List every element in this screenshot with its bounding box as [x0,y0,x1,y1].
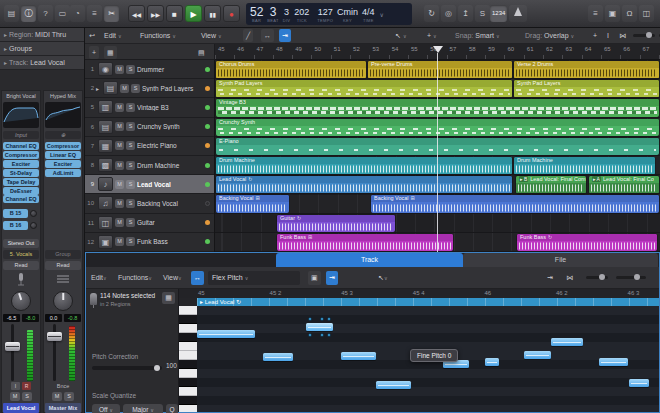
solo-button[interactable]: S [126,161,135,170]
group-slot[interactable]: Group [45,250,81,259]
list-editors-button[interactable]: ≡ [588,5,603,22]
flex-pitch-note[interactable] [524,351,551,359]
group-slot[interactable]: 5. Vocals [3,250,39,259]
eq-thumbnail[interactable] [3,102,39,128]
track-row-backing-vocal[interactable]: 10♫MSBacking Vocal [85,194,214,213]
mute-button[interactable]: M [115,141,124,150]
join-tool-button[interactable]: ⋈ [619,29,626,42]
lcd-chevron-icon[interactable]: ∨ [380,11,384,18]
secondary-tool-menu[interactable]: +∨ [427,29,437,42]
solo-button[interactable]: S [126,103,135,112]
flex-toggle-button[interactable]: ↔ [191,271,204,285]
volume-readout[interactable]: 0.0 [45,314,62,322]
send-level-knob[interactable] [30,222,37,229]
functions-menu[interactable]: Functions∨ [140,29,176,42]
channel-strip-setting[interactable]: Bright Vocal [3,92,39,100]
solo-button[interactable]: S [126,122,135,131]
rewind-button[interactable]: ◀◀ [128,5,145,22]
view-menu[interactable]: View∨ [201,29,222,42]
input-monitor-button[interactable]: I [11,382,20,390]
channel-nameplate[interactable]: Master Mix [45,403,81,413]
cycle-button[interactable]: ↻ [424,5,439,22]
piano-key[interactable] [179,324,197,333]
peak-readout[interactable]: -8.0 [22,314,39,322]
editor-view-menu[interactable]: View∨ [163,271,182,285]
track-row-crunchy-synth[interactable]: 6▤MSCrunchy Synth [85,118,214,137]
piano-key[interactable] [179,315,197,324]
solo-button[interactable]: S [126,199,135,208]
piano-key[interactable] [179,405,197,412]
note-handle[interactable] [327,317,331,321]
track-inspector-header[interactable]: ▸Track: Lead Vocal [0,56,84,70]
mixer-button[interactable]: ≡ [87,5,102,22]
plugin-slot[interactable]: Compressor [45,142,81,150]
mute-button[interactable]: M [115,180,124,189]
solo-button[interactable]: S [126,141,135,150]
mute-button[interactable]: M [10,392,20,401]
count-in-button[interactable]: 1234 [490,5,507,22]
region-inspector-header[interactable]: ▸Region: MIDI Thru [0,28,84,42]
plugin-slot[interactable]: Compressor [3,151,39,159]
back-button[interactable]: ↩ [89,29,95,42]
editor-region-header[interactable]: ▸ Lead Vocal ↻ [197,298,659,306]
piano-key[interactable] [179,378,197,387]
mute-button[interactable]: M [115,161,124,170]
note-handle[interactable] [327,333,331,337]
send-button[interactable]: B 15 [3,209,28,218]
flex-pitch-note[interactable] [341,352,376,360]
solo-mode-button[interactable]: S [475,5,490,22]
mute-button[interactable]: M [115,218,124,227]
flex-pitch-note[interactable] [551,338,583,346]
drag-menu[interactable]: Drag: Overlap∨ [525,29,574,42]
piano-key[interactable] [179,396,197,405]
pause-button[interactable]: ▮▮ [204,5,221,22]
solo-button[interactable]: S [126,65,135,74]
vertical-zoom-slider[interactable] [633,34,655,37]
marquee-tool-button[interactable]: I [607,29,609,42]
stop-button[interactable]: ■ [166,5,183,22]
tab-file[interactable]: File [463,253,658,267]
mute-button[interactable]: M [115,122,124,131]
scale-type-select[interactable]: Major ∨ [123,404,163,413]
mute-button[interactable]: M [115,199,124,208]
editor-edit-menu[interactable]: Edit∨ [91,271,107,285]
note-handle[interactable] [308,317,312,321]
midi-out-button[interactable]: ▣ [308,271,321,285]
record-enable-button[interactable]: R [22,382,31,390]
send-level-knob[interactable] [30,210,37,217]
send-button[interactable]: B 16 [3,221,28,230]
automation-mode-button[interactable]: Read [3,261,39,270]
pointer-tool-menu[interactable]: ↖∨ [395,29,407,42]
volume-fader[interactable] [47,332,62,341]
edit-menu[interactable]: Edit∨ [104,29,122,42]
volume-readout[interactable]: -6.5 [3,314,20,322]
track-row-guitar[interactable]: 11◫MSGuitar [85,214,214,233]
pan-knob[interactable] [3,290,39,312]
flex-pitch-note[interactable] [376,381,411,389]
plugin-slot[interactable]: Channel EQ [3,142,39,150]
solo-button[interactable]: S [126,218,135,227]
plugin-slot[interactable]: Exciter [3,160,39,168]
plugin-slot[interactable]: AdLimit [45,169,81,177]
duplicate-track-button[interactable]: ▦ [104,46,117,59]
lcd-display[interactable]: 52BAR 3BEAT 3DIV 202TICK 127TEMPO CminKE… [246,3,412,25]
output-slot[interactable]: Stereo Out [3,239,39,248]
solo-button[interactable]: S [131,84,140,93]
track-row-lead-vocal[interactable]: 9♪MSLead Vocal [85,175,214,194]
piano-key[interactable] [179,342,197,351]
plugin-slot[interactable]: DeEsser [3,187,39,195]
scale-root-select[interactable]: Off ∨ [92,404,120,413]
note-handle[interactable] [308,333,312,337]
metronome-button[interactable] [509,5,527,22]
flex-pitch-note[interactable] [263,353,293,361]
pitch-correction-slider[interactable] [92,366,162,370]
toolbar-toggle-button[interactable]: ▭ [55,5,70,22]
flex-pitch-note[interactable] [485,358,499,366]
flex-pitch-note[interactable] [306,323,333,331]
track-row-electric-piano[interactable]: 7▦MSElectric Piano [85,137,214,156]
piano-key[interactable] [179,387,197,396]
piano-key[interactable] [179,306,197,315]
mute-button[interactable]: M [115,237,124,246]
input-slot[interactable]: Input [3,131,39,139]
move-tool-button[interactable]: + [593,29,597,42]
